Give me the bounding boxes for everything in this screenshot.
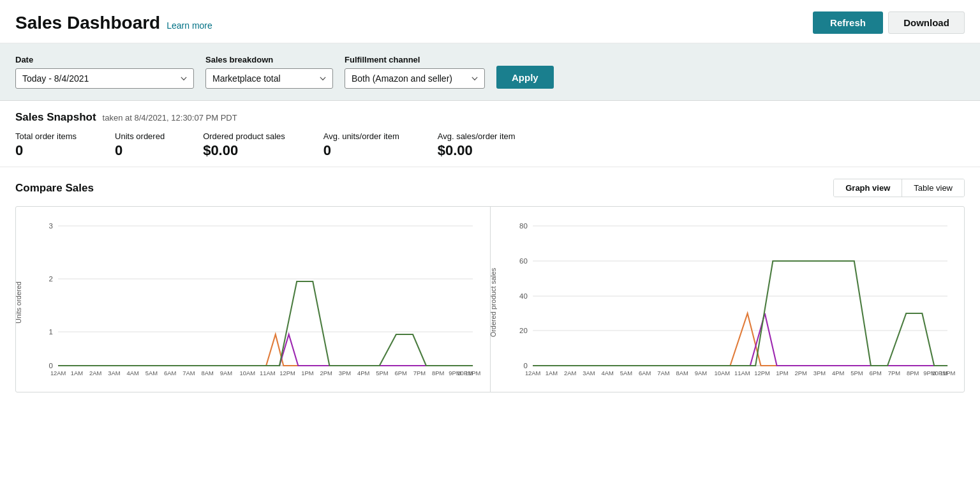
svg-text:0: 0 (48, 362, 52, 369)
sales-breakdown-filter-group: Sales breakdown Marketplace total (205, 55, 333, 89)
svg-text:9AM: 9AM (220, 370, 232, 377)
svg-text:2PM: 2PM (320, 370, 332, 377)
date-filter-group: Date Today - 8/4/2021 (15, 55, 194, 89)
svg-text:6AM: 6AM (639, 370, 651, 377)
svg-text:11PM: 11PM (465, 370, 481, 377)
svg-text:5AM: 5AM (145, 370, 158, 377)
svg-text:60: 60 (519, 257, 528, 265)
svg-text:4PM: 4PM (832, 370, 844, 377)
svg-text:12PM: 12PM (754, 370, 770, 377)
svg-text:6AM: 6AM (164, 370, 176, 377)
svg-text:11AM: 11AM (734, 370, 750, 377)
refresh-button[interactable]: Refresh (813, 11, 883, 34)
page-title: Sales Dashboard (15, 13, 160, 33)
metric-value: $0.00 (438, 142, 516, 159)
svg-text:12AM: 12AM (50, 370, 66, 377)
svg-text:3PM: 3PM (813, 370, 825, 377)
svg-text:7AM: 7AM (182, 370, 195, 377)
date-select[interactable]: Today - 8/4/2021 (15, 68, 194, 89)
date-label: Date (15, 55, 194, 64)
svg-text:3: 3 (48, 222, 52, 230)
metric-value: $0.00 (203, 142, 285, 159)
metric-avg-sales: Avg. sales/order item $0.00 (438, 131, 516, 159)
view-toggle: Graph view Table view (833, 179, 965, 197)
fulfillment-select[interactable]: Both (Amazon and seller) (345, 68, 485, 89)
compare-header: Compare Sales Graph view Table view (15, 179, 965, 197)
download-button[interactable]: Download (888, 11, 965, 34)
svg-text:8PM: 8PM (432, 370, 444, 377)
filter-bar: Date Today - 8/4/2021 Sales breakdown Ma… (0, 43, 980, 101)
svg-text:5AM: 5AM (620, 370, 632, 377)
svg-text:11PM: 11PM (939, 370, 955, 377)
snapshot-section: Sales Snapshot taken at 8/4/2021, 12:30:… (0, 101, 980, 167)
svg-text:40: 40 (519, 292, 528, 300)
svg-text:1: 1 (48, 328, 52, 336)
svg-text:9AM: 9AM (694, 370, 706, 377)
svg-text:0: 0 (523, 362, 527, 369)
learn-more-link[interactable]: Learn more (167, 20, 212, 31)
svg-text:6PM: 6PM (395, 370, 407, 377)
svg-text:Ordered product sales: Ordered product sales (489, 267, 496, 337)
chart-area-1: Units ordered 3 2 1 0 (26, 220, 480, 385)
header-buttons: Refresh Download (813, 11, 965, 34)
chart-area-2: Ordered product sales 80 60 40 20 0 (501, 220, 954, 385)
fulfillment-filter-group: Fulfillment channel Both (Amazon and sel… (345, 55, 485, 89)
metric-ordered-product-sales: Ordered product sales $0.00 (203, 131, 285, 159)
chart-units-ordered: Units ordered 3 2 1 0 (16, 207, 491, 392)
svg-text:2PM: 2PM (794, 370, 806, 377)
snapshot-title: Sales Snapshot (15, 111, 96, 124)
svg-text:20: 20 (519, 327, 528, 334)
chart-ordered-product-sales: Ordered product sales 80 60 40 20 0 (491, 207, 965, 392)
svg-text:10AM: 10AM (240, 370, 256, 377)
snapshot-taken-at: taken at 8/4/2021, 12:30:07 PM PDT (103, 113, 237, 123)
metric-value: 0 (15, 142, 77, 159)
compare-title: Compare Sales (15, 182, 94, 195)
svg-text:11AM: 11AM (260, 370, 276, 377)
svg-text:1AM: 1AM (71, 370, 83, 377)
svg-text:8PM: 8PM (907, 370, 919, 377)
svg-text:3PM: 3PM (339, 370, 351, 377)
svg-text:8AM: 8AM (202, 370, 214, 377)
svg-text:12PM: 12PM (279, 370, 295, 377)
svg-text:10AM: 10AM (714, 370, 730, 377)
snapshot-metrics: Total order items 0 Units ordered 0 Orde… (15, 131, 965, 159)
compare-sales-section: Compare Sales Graph view Table view Unit… (0, 167, 980, 392)
table-view-button[interactable]: Table view (902, 179, 964, 197)
svg-text:2: 2 (48, 275, 52, 283)
svg-text:8AM: 8AM (676, 370, 688, 377)
svg-text:1PM: 1PM (301, 370, 313, 377)
sales-breakdown-select[interactable]: Marketplace total (205, 68, 333, 89)
fulfillment-label: Fulfillment channel (345, 55, 485, 64)
svg-text:2AM: 2AM (564, 370, 576, 377)
metric-value: 0 (323, 142, 399, 159)
metric-total-order-items: Total order items 0 (15, 131, 77, 159)
svg-text:5PM: 5PM (376, 370, 388, 377)
metric-label: Avg. sales/order item (438, 131, 516, 141)
svg-text:Units ordered: Units ordered (14, 281, 22, 324)
svg-text:3AM: 3AM (583, 370, 595, 377)
svg-text:4AM: 4AM (601, 370, 613, 377)
svg-text:80: 80 (519, 222, 528, 230)
svg-text:6PM: 6PM (869, 370, 881, 377)
svg-text:7PM: 7PM (413, 370, 426, 377)
chart-svg-2: Ordered product sales 80 60 40 20 0 (501, 220, 954, 385)
metric-label: Avg. units/order item (323, 131, 399, 141)
chart-svg-1: Units ordered 3 2 1 0 (26, 220, 480, 385)
apply-button[interactable]: Apply (496, 66, 554, 89)
metric-avg-units: Avg. units/order item 0 (323, 131, 399, 159)
svg-text:4AM: 4AM (127, 370, 139, 377)
snapshot-header: Sales Snapshot taken at 8/4/2021, 12:30:… (15, 111, 965, 124)
metric-value: 0 (115, 142, 165, 159)
header-title-area: Sales Dashboard Learn more (15, 13, 212, 33)
svg-text:1AM: 1AM (545, 370, 557, 377)
svg-text:5PM: 5PM (850, 370, 863, 377)
metric-units-ordered: Units ordered 0 (115, 131, 165, 159)
metric-label: Units ordered (115, 131, 165, 141)
sales-breakdown-label: Sales breakdown (205, 55, 333, 64)
page-header: Sales Dashboard Learn more Refresh Downl… (0, 0, 980, 43)
svg-text:2AM: 2AM (89, 370, 101, 377)
metric-label: Total order items (15, 131, 77, 141)
svg-text:12AM: 12AM (524, 370, 540, 377)
graph-view-button[interactable]: Graph view (834, 179, 902, 197)
svg-text:4PM: 4PM (357, 370, 369, 377)
